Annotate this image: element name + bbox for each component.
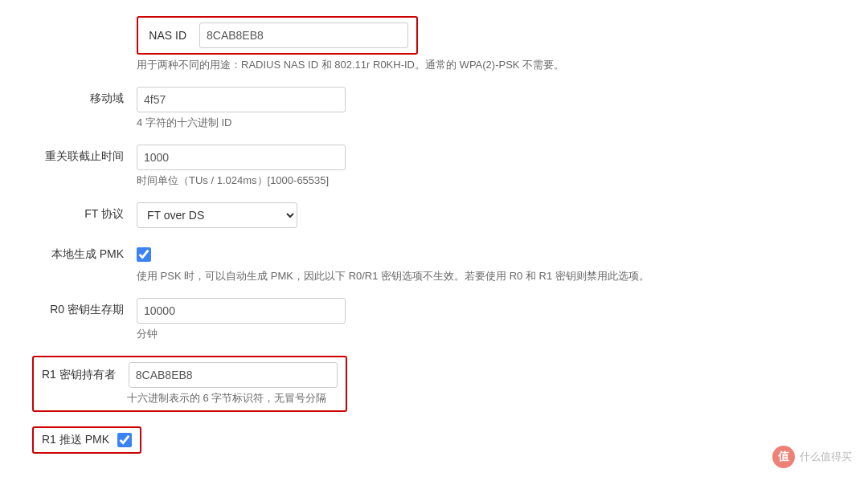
mobility-domain-content: 4 字符的十六进制 ID	[137, 87, 836, 130]
form-section: NAS ID 用于两种不同的用途：RADIUS NAS ID 和 802.11r…	[32, 16, 836, 454]
r1-holder-hint: 十六进制表示的 6 字节标识符，无冒号分隔	[127, 391, 326, 406]
reassociation-content: 时间单位（TUs / 1.024ms）[1000-65535]	[137, 145, 836, 188]
r1-holder-input[interactable]	[129, 362, 338, 388]
r1-push-highlight-box: R1 推送 PMK	[32, 426, 141, 454]
ft-protocol-label: FT 协议	[32, 202, 137, 222]
nas-id-label: NAS ID	[146, 29, 186, 42]
r1-push-row: R1 推送 PMK	[32, 426, 836, 454]
r1-holder-highlight-box: R1 密钥持有者 十六进制表示的 6 字节标识符，无冒号分隔	[32, 356, 347, 412]
mobility-domain-hint: 4 字符的十六进制 ID	[137, 116, 836, 130]
local-pmk-hint: 使用 PSK 时，可以自动生成 PMK，因此以下 R0/R1 密钥选项不生效。若…	[137, 269, 836, 283]
local-pmk-content: 使用 PSK 时，可以自动生成 PMK，因此以下 R0/R1 密钥选项不生效。若…	[137, 243, 836, 283]
local-pmk-row: 本地生成 PMK 使用 PSK 时，可以自动生成 PMK，因此以下 R0/R1 …	[32, 243, 836, 283]
r0-key-input[interactable]	[137, 298, 346, 324]
ft-protocol-row: FT 协议 FT over DS FT over Air	[32, 202, 836, 228]
r0-key-content: 分钟	[137, 298, 836, 341]
watermark-icon: 值	[772, 446, 795, 468]
reassociation-hint: 时间单位（TUs / 1.024ms）[1000-65535]	[137, 173, 836, 188]
local-pmk-label: 本地生成 PMK	[32, 243, 137, 262]
mobility-domain-input[interactable]	[137, 87, 346, 112]
ft-protocol-content: FT over DS FT over Air	[137, 202, 836, 228]
nas-id-input[interactable]	[199, 22, 408, 48]
nas-id-input-row: NAS ID	[146, 22, 408, 48]
r1-holder-input-row: R1 密钥持有者	[42, 362, 338, 388]
r0-key-hint: 分钟	[137, 327, 836, 341]
r0-key-row: R0 密钥生存期 分钟	[32, 298, 836, 341]
watermark: 值 什么值得买	[772, 446, 852, 468]
watermark-text: 什么值得买	[800, 450, 852, 464]
r0-key-label: R0 密钥生存期	[32, 298, 137, 317]
local-pmk-checkbox[interactable]	[137, 247, 151, 262]
nas-id-highlight-box: NAS ID	[137, 16, 418, 55]
mobility-domain-label: 移动域	[32, 87, 137, 106]
form-page: NAS ID 用于两种不同的用途：RADIUS NAS ID 和 802.11r…	[0, 0, 868, 478]
r1-push-checkbox[interactable]	[117, 433, 132, 447]
reassociation-input[interactable]	[137, 145, 346, 170]
nas-id-row: NAS ID 用于两种不同的用途：RADIUS NAS ID 和 802.11r…	[32, 16, 836, 72]
ft-protocol-select[interactable]: FT over DS FT over Air	[137, 202, 297, 228]
nas-id-hint: 用于两种不同的用途：RADIUS NAS ID 和 802.11r R0KH-I…	[137, 58, 564, 72]
r1-push-label: R1 推送 PMK	[42, 433, 109, 447]
mobility-domain-row: 移动域 4 字符的十六进制 ID	[32, 87, 836, 130]
reassociation-label: 重关联截止时间	[32, 145, 137, 164]
reassociation-row: 重关联截止时间 时间单位（TUs / 1.024ms）[1000-65535]	[32, 145, 836, 188]
r1-holder-label: R1 密钥持有者	[42, 368, 129, 382]
r1-holder-row: R1 密钥持有者 十六进制表示的 6 字节标识符，无冒号分隔	[32, 356, 836, 412]
